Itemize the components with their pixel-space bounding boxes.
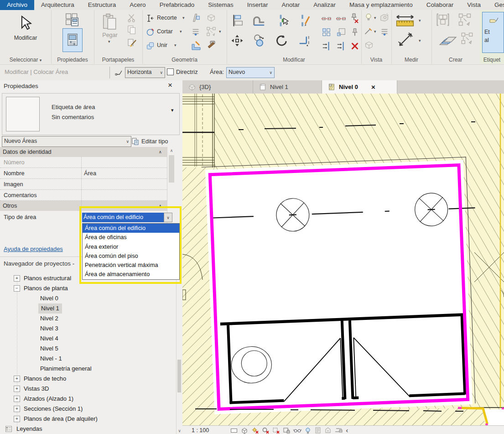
join-end-cut-icon[interactable] xyxy=(322,14,332,24)
tree-item-nivel-3[interactable]: Nivel 3 xyxy=(0,324,176,334)
split-with-gap-icon[interactable] xyxy=(298,14,312,27)
scale-button[interactable]: 1 : 100 xyxy=(192,427,209,434)
dropdown-option-2[interactable]: Área de oficinas xyxy=(83,233,179,242)
panel-label-modificar[interactable]: Modificar xyxy=(227,57,361,63)
section-datos-identidad[interactable]: Datos de identidad∧ xyxy=(0,147,170,157)
type-selector[interactable]: Etiqueta de área Sin comentarios ▾ xyxy=(2,93,180,135)
expand-icon[interactable]: + xyxy=(14,406,20,412)
linework-dropdown-icon[interactable]: ▾ xyxy=(374,29,376,34)
area-type-combo-value[interactable]: Área común del edificio xyxy=(82,213,164,222)
sun-settings-off-icon[interactable] xyxy=(251,427,259,434)
orientation-select[interactable]: Horizonta∨ xyxy=(125,67,165,78)
detail-level-icon[interactable] xyxy=(230,427,238,434)
tree-item-nivel-1[interactable]: Nivel 1 xyxy=(0,303,176,314)
measure-icon[interactable] xyxy=(395,14,415,29)
tree-item-nivel-2[interactable]: Nivel 2 xyxy=(0,314,176,324)
tree-item-nivel-5[interactable]: Nivel 5 xyxy=(0,344,176,354)
navigator-scrollbar[interactable]: ∨ xyxy=(176,254,182,434)
temporary-hide-isolate-icon[interactable] xyxy=(293,427,302,434)
scale-icon[interactable] xyxy=(336,27,346,37)
temporary-view-properties-icon[interactable] xyxy=(314,427,322,434)
panel-label-etiquetar[interactable]: Etiquet xyxy=(480,57,504,63)
tree-item-planimetria-general[interactable]: Planimetría general xyxy=(0,364,176,374)
expand-icon[interactable]: + xyxy=(14,386,20,392)
cut-icon[interactable] xyxy=(127,13,137,23)
pin-icon[interactable] xyxy=(350,27,360,37)
panel-label-propiedades[interactable]: Propiedades xyxy=(51,57,94,63)
close-properties-icon[interactable]: × xyxy=(168,81,172,90)
tab-sistemas[interactable]: Sistemas xyxy=(201,0,240,10)
crop-region-visible-icon[interactable] xyxy=(283,427,291,434)
expand-icon[interactable]: + xyxy=(14,275,20,282)
paste-icon[interactable] xyxy=(101,13,119,31)
rotate-icon[interactable] xyxy=(275,34,289,47)
type-selector-dropdown-icon[interactable]: ▾ xyxy=(171,107,174,113)
unjoin-end-cut-icon[interactable] xyxy=(336,14,346,24)
collapse-section-icon-2[interactable]: ∧ xyxy=(159,201,162,211)
paint-icon[interactable] xyxy=(191,40,202,51)
close-view-tab-icon[interactable]: × xyxy=(371,83,375,91)
tree-item-nivel-0[interactable]: Nivel 0 xyxy=(0,293,176,303)
delete-icon[interactable] xyxy=(350,41,360,51)
reveal-constraints-icon[interactable] xyxy=(334,427,343,434)
tab-analizar[interactable]: Analizar xyxy=(307,0,343,10)
tree-item-vistas-3d[interactable]: +Vistas 3D xyxy=(0,384,176,394)
unir-button[interactable]: Unir xyxy=(157,42,167,48)
tab-archivo[interactable]: Archivo xyxy=(0,0,34,10)
crop-view-off-icon[interactable] xyxy=(272,427,280,434)
cope-icon[interactable] xyxy=(146,14,155,23)
underlay-icon[interactable] xyxy=(379,26,390,37)
dropdown-option-1[interactable]: Área común del edificio xyxy=(83,224,179,233)
tree-item-secciones[interactable]: +Secciones (Sección 1) xyxy=(0,404,176,414)
collapse-icon[interactable]: − xyxy=(14,285,20,292)
panel-label-vista[interactable]: Vista xyxy=(361,57,391,63)
expand-icon[interactable]: + xyxy=(14,376,20,382)
properties-help-link[interactable]: Ayuda de propiedades xyxy=(4,246,63,252)
panel-label-portapapeles[interactable]: Portapapeles xyxy=(94,57,142,63)
scroll-down-icon[interactable]: ∨ xyxy=(177,429,182,433)
view-tab-nivel-0[interactable]: Nivel 0 × xyxy=(322,80,397,94)
linework-icon[interactable] xyxy=(364,26,373,36)
aligned-dimension-icon[interactable] xyxy=(398,32,413,47)
scrollbar-thumb[interactable] xyxy=(169,155,174,183)
tree-item-planos-de-area[interactable]: +Planos de área (De alquiler) xyxy=(0,414,176,424)
tab-colaborar[interactable]: Colaborar xyxy=(420,0,460,10)
expand-icon[interactable]: + xyxy=(14,416,20,422)
param-value-nombre[interactable]: Área xyxy=(84,168,96,178)
directriz-checkbox[interactable] xyxy=(167,68,174,75)
collapse-chevron-icon[interactable]: ‹ xyxy=(346,426,348,434)
tab-vista[interactable]: Vista xyxy=(460,0,488,10)
demolish-icon[interactable] xyxy=(206,40,217,51)
properties-palette-button[interactable] xyxy=(62,28,83,52)
param-row-numero[interactable]: Número xyxy=(0,157,171,168)
split-element-icon[interactable] xyxy=(275,14,289,27)
create-sheet-icon[interactable] xyxy=(438,30,458,48)
tab-gestionar[interactable]: Ges xyxy=(488,0,504,10)
param-row-comentarios[interactable]: Comentarios xyxy=(0,190,171,201)
navigator-scrollbar-thumb[interactable] xyxy=(177,360,181,392)
copy-element-icon[interactable] xyxy=(252,34,266,47)
modify-button[interactable]: Modificar xyxy=(0,35,51,41)
view-tab-nivel-1[interactable]: Nivel 1 xyxy=(253,80,322,94)
copy-icon[interactable] xyxy=(127,25,137,35)
tree-item-planos-de-techo[interactable]: +Planos de techo xyxy=(0,374,176,384)
coping-icon[interactable] xyxy=(252,14,266,27)
wall-joins-icon[interactable] xyxy=(191,13,201,23)
tab-insertar[interactable]: Insertar xyxy=(240,0,275,10)
offset-icon[interactable] xyxy=(191,26,201,37)
collapse-section-icon[interactable]: ∧ xyxy=(159,147,162,157)
tab-prefabricado[interactable]: Prefabricado xyxy=(153,0,202,10)
array-icon[interactable] xyxy=(322,27,332,37)
expand-icon[interactable]: + xyxy=(14,396,20,402)
scroll-up-icon[interactable]: ∧ xyxy=(167,147,176,154)
dropdown-option-3[interactable]: Área exterior xyxy=(83,242,179,251)
view-tab-3d[interactable]: {3D} xyxy=(182,80,253,94)
move-icon[interactable] xyxy=(230,34,244,47)
edit-type-button[interactable]: Editar tipo xyxy=(131,136,181,147)
panel-label-medir[interactable]: Medir xyxy=(391,57,431,63)
toggle-visibility-icon[interactable] xyxy=(364,13,373,22)
joins-dropdown-icon[interactable]: ▾ xyxy=(219,29,221,34)
visual-style-icon[interactable] xyxy=(241,427,249,434)
tree-item-nivel-4[interactable]: Nivel 4 xyxy=(0,334,176,344)
shadows-off-icon[interactable] xyxy=(262,427,270,434)
